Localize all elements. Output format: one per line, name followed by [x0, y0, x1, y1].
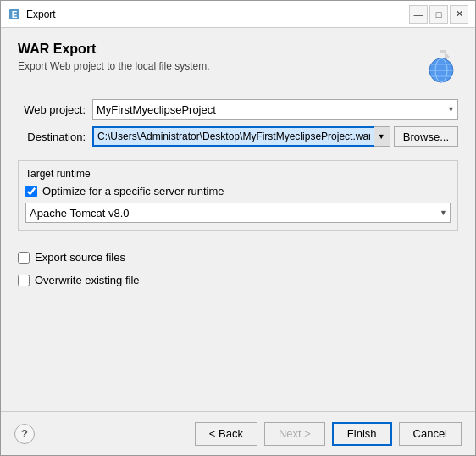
footer-buttons: < Back Next > Finish Cancel [195, 422, 462, 446]
export-source-label[interactable]: Export source files [35, 251, 125, 264]
header-text: WAR Export Export Web project to the loc… [18, 42, 414, 72]
web-project-label: Web project: [18, 103, 86, 116]
back-button[interactable]: < Back [195, 422, 257, 446]
web-project-row: Web project: MyFirstMyeclipseProject [18, 99, 458, 120]
footer-left: ? [14, 424, 195, 444]
overwrite-label[interactable]: Overwrite existing file [35, 274, 140, 286]
dialog-title: WAR Export [18, 42, 414, 57]
next-button[interactable]: Next > [264, 422, 325, 446]
title-bar: E Export — □ ✕ [1, 1, 475, 28]
form-section: Web project: MyFirstMyeclipseProject Des… [18, 99, 458, 292]
server-runtime-select[interactable]: Apache Tomcat v8.0 [25, 203, 451, 223]
web-project-select[interactable]: MyFirstMyeclipseProject [92, 99, 458, 120]
destination-row: Destination: ▼ Browse... [18, 126, 458, 147]
header-icon [414, 42, 458, 86]
finish-button[interactable]: Finish [332, 422, 392, 446]
optimize-checkbox-row: Optimize for a specific server runtime [25, 185, 451, 197]
destination-input-wrapper: ▼ [92, 126, 390, 147]
export-dialog: E Export — □ ✕ WAR Export Export Web pro… [0, 0, 476, 456]
maximize-button[interactable]: □ [429, 5, 448, 24]
svg-text:E: E [12, 10, 18, 19]
title-bar-controls: — □ ✕ [409, 5, 468, 24]
destination-label: Destination: [18, 131, 86, 143]
dialog-content: WAR Export Export Web project to the loc… [1, 28, 475, 411]
optimize-checkbox-label[interactable]: Optimize for a specific server runtime [42, 185, 224, 197]
web-project-select-wrapper: MyFirstMyeclipseProject [92, 99, 458, 120]
browse-button[interactable]: Browse... [394, 126, 458, 147]
close-button[interactable]: ✕ [450, 5, 468, 24]
window-icon: E [8, 8, 21, 21]
server-runtime-select-wrapper: Apache Tomcat v8.0 [25, 203, 451, 223]
export-source-checkbox[interactable] [18, 252, 30, 264]
overwrite-checkbox[interactable] [18, 275, 30, 286]
destination-dropdown-button[interactable]: ▼ [374, 126, 390, 147]
window-title: Export [26, 8, 409, 20]
target-runtime-label: Target runtime [25, 168, 451, 180]
dialog-footer: ? < Back Next > Finish Cancel [1, 411, 475, 455]
minimize-button[interactable]: — [409, 5, 428, 24]
cancel-button[interactable]: Cancel [399, 422, 462, 446]
overwrite-row: Overwrite existing file [18, 274, 458, 286]
help-button[interactable]: ? [14, 424, 35, 444]
optimize-checkbox[interactable] [25, 186, 37, 197]
extra-checkboxes: Export source files Overwrite existing f… [18, 251, 458, 292]
export-source-row: Export source files [18, 251, 458, 264]
header-section: WAR Export Export Web project to the loc… [18, 42, 458, 86]
target-runtime-section: Target runtime Optimize for a specific s… [18, 160, 458, 231]
destination-input-group: ▼ Browse... [92, 126, 458, 147]
destination-input[interactable] [92, 126, 390, 147]
dialog-subtitle: Export Web project to the local file sys… [18, 60, 414, 72]
